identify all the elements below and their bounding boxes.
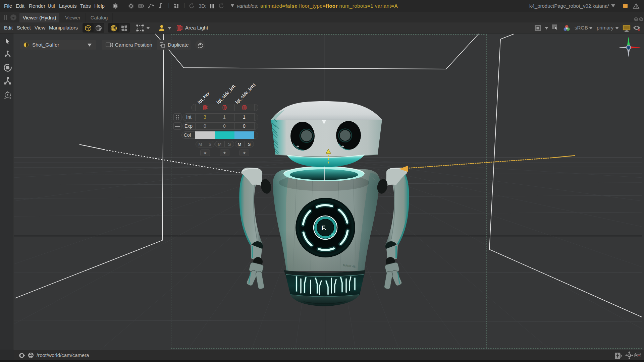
svg-text:F.: F. (321, 224, 327, 232)
